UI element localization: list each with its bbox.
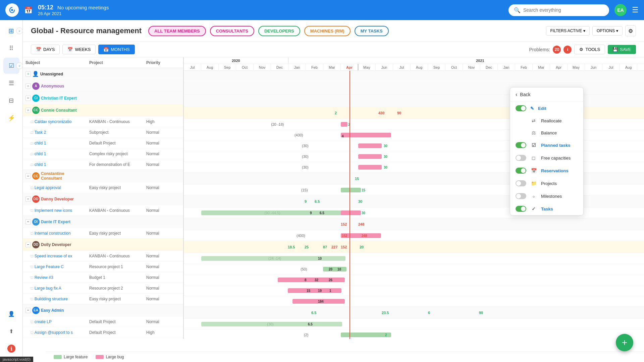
user-avatar[interactable]: EA: [614, 4, 627, 16]
options-dropdown[interactable]: ‹ Back ✎ Edit ⇄ Reallocate ⚖ Balance ☑ P…: [510, 87, 584, 216]
search-input[interactable]: [523, 7, 604, 13]
planned-tasks-toggle[interactable]: [516, 142, 526, 148]
caldav-task-name[interactable]: Caldav syncronizatio: [35, 119, 72, 124]
sidebar-item-dashboard[interactable]: ⊞ ›: [3, 23, 19, 39]
weeks-view-button[interactable]: 📅 WEEKS: [62, 45, 96, 54]
menu-icon[interactable]: ☰: [632, 6, 639, 14]
days-view-button[interactable]: 📅 DAYS: [31, 45, 60, 54]
review3-bar: [278, 278, 345, 282]
sidebar-item-info[interactable]: ℹ: [3, 341, 19, 357]
filters-active-button[interactable]: FILTERS ACTIVE ▾: [546, 26, 590, 36]
legal-task-name[interactable]: Legal approval: [35, 185, 61, 190]
projects-toggle[interactable]: [516, 180, 526, 186]
month-oct-2020: Oct: [236, 64, 254, 70]
add-fab-button[interactable]: +: [616, 334, 633, 351]
dropdown-milestones-item[interactable]: ⬦ Milestones: [510, 190, 583, 202]
svg-point-1: [11, 9, 13, 11]
task2-name[interactable]: Task 2: [35, 130, 46, 135]
free-capacities-toggle[interactable]: [516, 155, 526, 161]
flash-icon: ⚡: [8, 114, 15, 122]
sidebar-item-board[interactable]: ⊟: [3, 93, 19, 109]
months-view-button[interactable]: 📅 MONTHS: [98, 45, 135, 54]
collapse-christian-button[interactable]: −: [25, 96, 31, 101]
table-row: □ Speed increase of ex KANBAN - Continuo…: [23, 251, 183, 261]
collapse-easyadmin-button[interactable]: −: [25, 308, 31, 313]
collapse-connie-button[interactable]: −: [25, 108, 31, 113]
connie-summary-430: 430: [378, 111, 384, 115]
options-button[interactable]: OPTIONS ▾: [592, 26, 623, 36]
implement-num1: 9: [310, 211, 312, 215]
sidebar-item-list[interactable]: ☰: [3, 75, 19, 91]
sidebar-item-apps[interactable]: ⠿: [3, 40, 19, 56]
dropdown-planned-tasks-item[interactable]: ☑ Planned tasks: [510, 139, 583, 152]
dropdown-reservations-item[interactable]: 📅 Reservations: [510, 164, 583, 177]
reallocate-icon: ⇄: [530, 118, 537, 123]
month-jul-2020: Jul: [184, 64, 201, 70]
table-row: □ Buildding structure Easy risky project…: [23, 294, 183, 304]
connie-label: Connie Consultant: [41, 108, 77, 113]
filter-machines[interactable]: MACHINES (RM): [304, 26, 351, 36]
largefeaturec-name[interactable]: Large Feature C: [35, 264, 64, 269]
filter-all-team-members[interactable]: ALL TEAM MEMBERS: [148, 26, 206, 36]
createlp-name[interactable]: create LP: [35, 319, 52, 324]
dropdown-projects-item[interactable]: 📁 Projects: [510, 177, 583, 190]
dropdown-back-button[interactable]: ‹ Back: [510, 87, 583, 102]
main-content: Global - Resource management ALL TEAM ME…: [23, 20, 644, 362]
review3-priority: Normal: [144, 274, 170, 281]
largebugfixa-num1: 15: [307, 289, 310, 292]
tasks-toggle[interactable]: [516, 206, 526, 212]
timeline-headers: 2020 2021 Jul Aug Sep Oct Nov Dec Jan Fe…: [184, 57, 644, 71]
largefeaturec-project: Resource project 1: [87, 263, 144, 270]
sidebar-item-tasks[interactable]: ☑ ›: [3, 58, 19, 74]
dropdown-tasks-item[interactable]: ✓ Tasks: [510, 202, 583, 215]
child1c-name[interactable]: child 1: [35, 162, 46, 167]
add-fab-icon: +: [622, 337, 627, 348]
child1a-name[interactable]: child 1: [35, 141, 46, 145]
collapse-constantine-button[interactable]: −: [25, 173, 31, 179]
tools-button[interactable]: ⚙ TOOLS: [574, 45, 605, 54]
sidebar-expand[interactable]: ›: [16, 27, 23, 34]
month-aug-2022: Aug: [620, 64, 637, 70]
speed-task-name[interactable]: Speed increase of ex: [35, 254, 72, 258]
row-subject-connie: − CC Connie Consultant: [23, 105, 87, 115]
implement-task-name[interactable]: Implement new icons: [35, 208, 72, 213]
dropdown-balance-item[interactable]: ⚖ Balance: [510, 127, 583, 139]
collapse-danny-button[interactable]: −: [25, 196, 31, 202]
sidebar-item-import[interactable]: ⬆: [3, 323, 19, 339]
dropdown-edit-item[interactable]: ✎ Edit: [510, 102, 583, 115]
add-unassigned-button[interactable]: +: [25, 71, 31, 77]
task-icon: □: [31, 120, 33, 124]
logo[interactable]: [5, 3, 19, 17]
reservations-toggle[interactable]: [516, 168, 526, 174]
filter-developers[interactable]: DEVELOPERS: [258, 26, 300, 36]
free-capacities-icon: ◻: [530, 155, 537, 161]
row-subject-review3: □ Review #3: [23, 274, 87, 281]
table-row: □ Internal construction Easy risky proje…: [23, 228, 183, 239]
back-label: Back: [520, 92, 530, 97]
tools-icon: ⚙: [579, 47, 583, 52]
largebugfixa-name[interactable]: Large bug fix A: [35, 286, 61, 291]
review3-name[interactable]: Review #3: [35, 275, 53, 280]
sidebar-item-add-user[interactable]: 👤: [3, 306, 19, 322]
filter-my-tasks[interactable]: MY TASKS: [355, 26, 389, 36]
collapse-anonymous-button[interactable]: −: [25, 83, 31, 89]
child1b-name[interactable]: child 1: [35, 152, 46, 156]
page-header: Global - Resource management ALL TEAM ME…: [23, 20, 644, 42]
dropdown-reallocate-item[interactable]: ⇄ Reallocate: [510, 115, 583, 127]
search-bar[interactable]: 🔍: [508, 4, 609, 16]
dropdown-free-capacities-item[interactable]: ◻ Free capacities: [510, 152, 583, 164]
save-button[interactable]: 💾 SAVE: [608, 45, 636, 54]
child1a-num: 30: [384, 144, 387, 147]
collapse-dante-button[interactable]: −: [25, 219, 31, 225]
collapse-dolly-button[interactable]: −: [25, 242, 31, 247]
filter-consultants[interactable]: CONSULTANTS: [210, 26, 254, 36]
milestones-toggle[interactable]: [516, 193, 526, 199]
internal-task-name[interactable]: Internal construction: [35, 231, 71, 236]
problems-info-icon[interactable]: i: [564, 46, 572, 54]
settings-button[interactable]: ⚙: [625, 25, 636, 36]
edit-toggle[interactable]: [516, 105, 526, 111]
sidebar-item-flash[interactable]: ⚡: [3, 110, 19, 126]
buildding-name[interactable]: Buildding structure: [35, 297, 68, 301]
assign-name[interactable]: Assign @support to s: [35, 330, 73, 335]
sidebar-expand-tasks[interactable]: ›: [16, 62, 23, 69]
